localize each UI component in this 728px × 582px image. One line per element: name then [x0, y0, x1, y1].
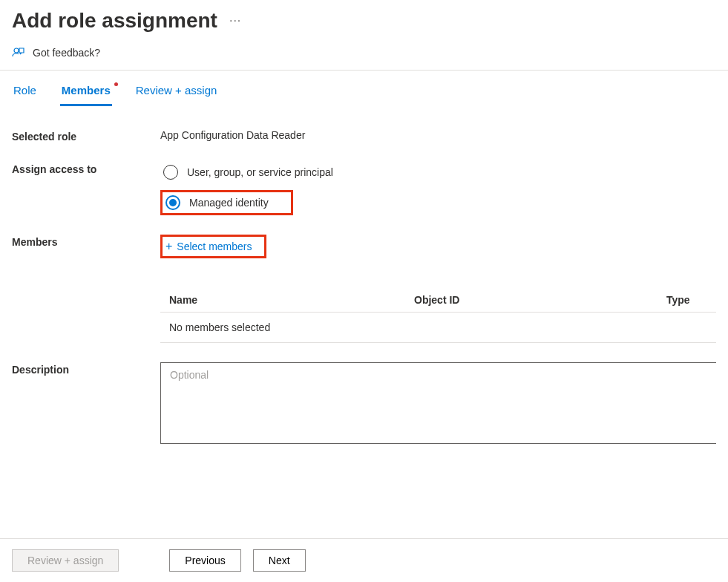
col-objectid: Object ID: [414, 294, 666, 306]
next-button[interactable]: Next: [253, 549, 306, 572]
radio-user-group-sp[interactable]: User, group, or service principal: [160, 162, 716, 183]
spacer: [131, 549, 157, 572]
selected-role-label: Selected role: [12, 129, 160, 143]
page-header: Add role assignment ···: [0, 0, 728, 39]
select-members-text: Select members: [177, 241, 252, 252]
description-row: Description: [12, 362, 716, 444]
assign-access-radio-group: User, group, or service principal Manage…: [160, 162, 716, 215]
radio-checked-dot: [169, 199, 177, 206]
members-label: Members: [12, 235, 160, 248]
feedback-link[interactable]: Got feedback?: [33, 47, 100, 59]
tab-role[interactable]: Role: [12, 78, 38, 106]
assign-access-label: Assign access to: [12, 162, 160, 175]
review-assign-button[interactable]: Review + assign: [12, 549, 119, 572]
tab-members[interactable]: Members: [60, 78, 112, 106]
select-members-link[interactable]: + Select members: [165, 240, 252, 253]
col-type: Type: [666, 294, 707, 306]
tab-members-label: Members: [62, 84, 111, 97]
table-header: Name Object ID Type: [160, 288, 716, 313]
assign-access-row: Assign access to User, group, or service…: [12, 162, 716, 215]
plus-icon: +: [165, 240, 172, 253]
content: Selected role App Configuration Data Rea…: [0, 107, 728, 444]
footer: Review + assign Previous Next: [0, 538, 728, 582]
page-title: Add role assignment: [12, 9, 217, 33]
selected-role-value: App Configuration Data Reader: [160, 129, 716, 141]
members-row: Members + Select members Name Object ID …: [12, 235, 716, 343]
table-empty-row: No members selected: [160, 313, 716, 343]
radio-managed-label: Managed identity: [189, 197, 269, 209]
col-name: Name: [169, 294, 414, 306]
feedback-icon: [12, 46, 25, 59]
radio-user-label: User, group, or service principal: [187, 166, 333, 178]
tab-indicator-dot: [114, 82, 118, 86]
more-icon[interactable]: ···: [229, 14, 241, 27]
select-members-highlight: + Select members: [160, 235, 266, 258]
svg-point-0: [14, 48, 19, 53]
description-label: Description: [12, 362, 160, 444]
radio-icon: [165, 195, 180, 210]
previous-button[interactable]: Previous: [169, 549, 240, 572]
feedback-bar[interactable]: Got feedback?: [0, 39, 728, 70]
radio-managed-identity[interactable]: Managed identity: [160, 190, 293, 215]
tab-review-assign[interactable]: Review + assign: [134, 78, 219, 106]
description-textarea[interactable]: [160, 362, 716, 444]
tabs: Role Members Review + assign: [0, 71, 728, 107]
selected-role-row: Selected role App Configuration Data Rea…: [12, 129, 716, 143]
members-table: Name Object ID Type No members selected: [160, 288, 716, 343]
radio-icon: [163, 165, 178, 180]
